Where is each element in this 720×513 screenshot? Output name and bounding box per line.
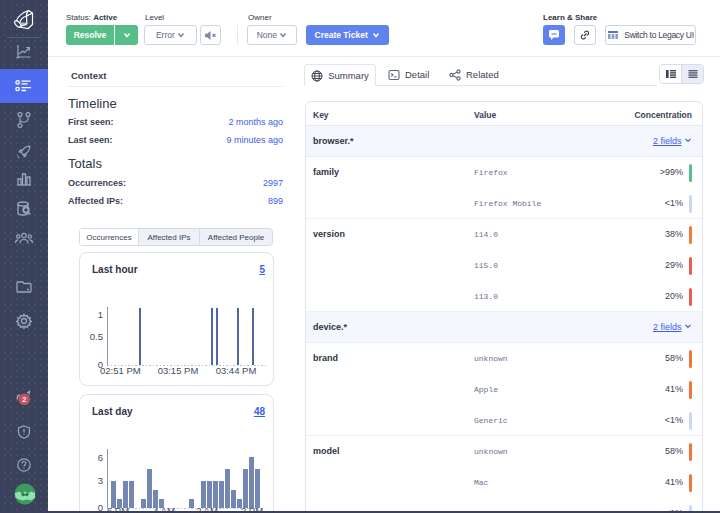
svg-text:0.5: 0.5 — [90, 331, 103, 342]
svg-text:1: 1 — [98, 309, 103, 320]
svg-text:03:44 PM: 03:44 PM — [216, 365, 257, 376]
svg-text:03:15 PM: 03:15 PM — [158, 365, 199, 376]
svg-text:6: 6 — [98, 452, 103, 463]
svg-text:2: 2 — [22, 395, 26, 404]
svg-text:02:51 PM: 02:51 PM — [100, 365, 141, 376]
svg-text:3: 3 — [98, 475, 103, 486]
